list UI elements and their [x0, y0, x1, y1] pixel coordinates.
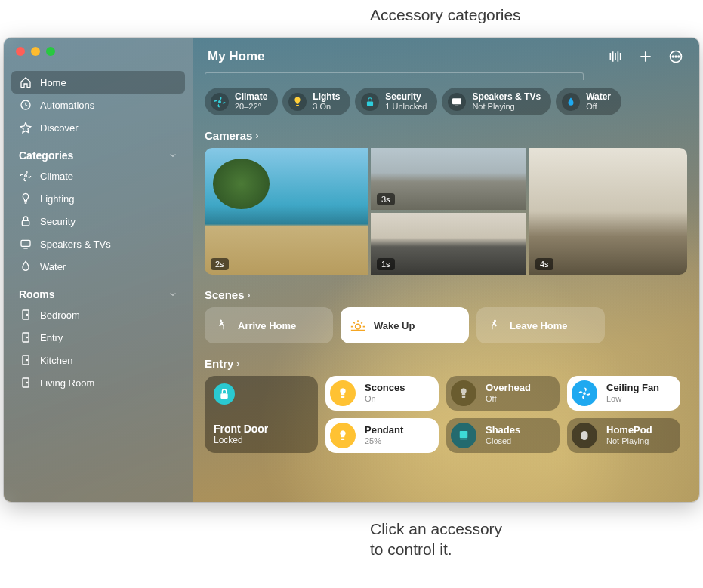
app-window: Home Automations Discover Categories Cli… [4, 38, 699, 502]
svg-point-7 [26, 337, 27, 337]
pill-lights[interactable]: Lights3 On [282, 88, 350, 115]
sidebar-item-home[interactable]: Home [11, 71, 185, 94]
camera-feed-3[interactable]: 1s [371, 213, 526, 275]
chevron-right-icon: › [255, 131, 258, 141]
camera-feed-4[interactable]: 4s [529, 148, 687, 275]
pill-climate[interactable]: Climate20–22° [205, 88, 278, 115]
entry-grid: Front Door Locked SconcesOn OverheadOff … [205, 376, 687, 453]
sidebar-item-label: Security [40, 216, 76, 227]
svg-rect-2 [22, 220, 29, 226]
svg-rect-26 [462, 396, 466, 398]
sidebar-item-entry[interactable]: Entry [11, 326, 185, 349]
sidebar-item-kitchen[interactable]: Kitchen [11, 349, 185, 371]
chevron-down-icon [168, 151, 177, 160]
pill-title: Water [586, 92, 611, 102]
svg-rect-19 [452, 98, 461, 104]
tile-subtitle: 25% [365, 436, 403, 446]
sidebar-item-label: Entry [40, 332, 63, 343]
sidebar: Home Automations Discover Categories Cli… [4, 38, 193, 502]
section-entry[interactable]: Entry › [205, 357, 687, 370]
scene-leave-home[interactable]: Leave Home [476, 307, 605, 343]
window-controls [11, 45, 185, 71]
svg-rect-29 [460, 431, 468, 438]
section-scenes[interactable]: Scenes › [205, 288, 687, 301]
camera-feed-2[interactable]: 3s [371, 148, 526, 210]
door-icon [19, 376, 32, 389]
add-button[interactable] [637, 48, 654, 65]
scene-wake-up[interactable]: Wake Up [341, 307, 469, 343]
more-button[interactable] [668, 48, 684, 65]
light-icon [451, 380, 476, 406]
tile-subtitle: Locked [214, 435, 309, 445]
section-cameras[interactable]: Cameras › [205, 129, 687, 142]
person-leave-icon [486, 317, 502, 334]
lock-icon [19, 214, 32, 228]
tile-ceiling-fan[interactable]: Ceiling FanLow [567, 376, 680, 411]
svg-rect-31 [581, 431, 588, 440]
svg-point-13 [672, 56, 674, 57]
svg-point-16 [218, 100, 221, 103]
tile-title: HomePod [606, 425, 652, 436]
sunrise-icon [350, 317, 366, 334]
zoom-window-button[interactable] [46, 47, 55, 56]
tile-front-door[interactable]: Front Door Locked [205, 376, 318, 453]
fan-icon [211, 93, 229, 111]
sidebar-section-categories[interactable]: Categories [11, 139, 185, 165]
sidebar-item-label: Living Room [40, 377, 94, 389]
section-title: Categories [19, 149, 73, 162]
tv-icon [19, 237, 32, 251]
fan-icon [572, 380, 597, 406]
tile-title: Front Door [214, 423, 309, 435]
camera-latency: 1s [377, 258, 395, 270]
callout-text: to control it. [370, 540, 452, 558]
close-window-button[interactable] [16, 47, 25, 56]
sidebar-item-security[interactable]: Security [11, 210, 185, 232]
sidebar-item-lighting[interactable]: Lighting [11, 187, 185, 210]
bulb-icon [288, 93, 307, 111]
pill-subtitle: 20–22° [235, 102, 267, 111]
svg-rect-24 [220, 394, 227, 399]
tile-homepod[interactable]: HomePodNot Playing [567, 418, 680, 453]
sidebar-item-water[interactable]: Water [11, 255, 185, 278]
section-title: Scenes [205, 288, 245, 301]
svg-rect-3 [21, 240, 30, 246]
sidebar-item-bedroom[interactable]: Bedroom [11, 303, 185, 326]
tile-title: Overhead [486, 383, 531, 394]
tile-overhead[interactable]: OverheadOff [446, 376, 560, 411]
svg-point-23 [494, 320, 496, 322]
tile-sconces[interactable]: SconcesOn [325, 376, 439, 411]
svg-point-21 [220, 320, 222, 322]
sidebar-item-discover[interactable]: Discover [11, 116, 185, 139]
sidebar-item-speakers-tvs[interactable]: Speakers & TVs [11, 232, 185, 255]
pill-security[interactable]: Security1 Unlocked [355, 88, 437, 115]
pill-water[interactable]: WaterOff [556, 88, 621, 115]
svg-rect-17 [296, 105, 299, 106]
svg-rect-20 [455, 105, 459, 106]
sidebar-item-label: Speakers & TVs [40, 239, 111, 250]
light-icon [330, 380, 356, 406]
minimize-window-button[interactable] [31, 47, 40, 56]
scenes-row: Arrive Home Wake Up Leave Home [205, 307, 687, 343]
page-title: My Home [208, 49, 265, 64]
scene-label: Leave Home [510, 320, 568, 331]
sidebar-item-label: Bedroom [40, 309, 80, 321]
svg-point-14 [675, 56, 677, 57]
cameras-grid: 2s 3s 4s 1s [205, 148, 687, 275]
sidebar-item-climate[interactable]: Climate [11, 165, 185, 187]
svg-point-15 [678, 56, 680, 57]
tile-shades[interactable]: ShadesClosed [446, 418, 560, 453]
tile-subtitle: Closed [486, 436, 520, 446]
sidebar-item-automations[interactable]: Automations [11, 94, 185, 116]
sidebar-item-living-room[interactable]: Living Room [11, 371, 185, 394]
section-title: Entry [205, 357, 233, 370]
intercom-button[interactable] [607, 48, 624, 65]
sidebar-section-rooms[interactable]: Rooms [11, 278, 185, 303]
camera-feed-1[interactable]: 2s [205, 148, 368, 275]
tile-pendant[interactable]: Pendant25% [325, 418, 439, 453]
svg-point-22 [356, 325, 361, 330]
pill-speakers-tvs[interactable]: Speakers & TVsNot Playing [442, 88, 551, 115]
svg-point-1 [25, 175, 27, 177]
bulb-icon [19, 192, 32, 205]
scene-arrive-home[interactable]: Arrive Home [205, 307, 333, 343]
category-pills-row: Climate20–22° Lights3 On Security1 Unloc… [205, 88, 687, 115]
